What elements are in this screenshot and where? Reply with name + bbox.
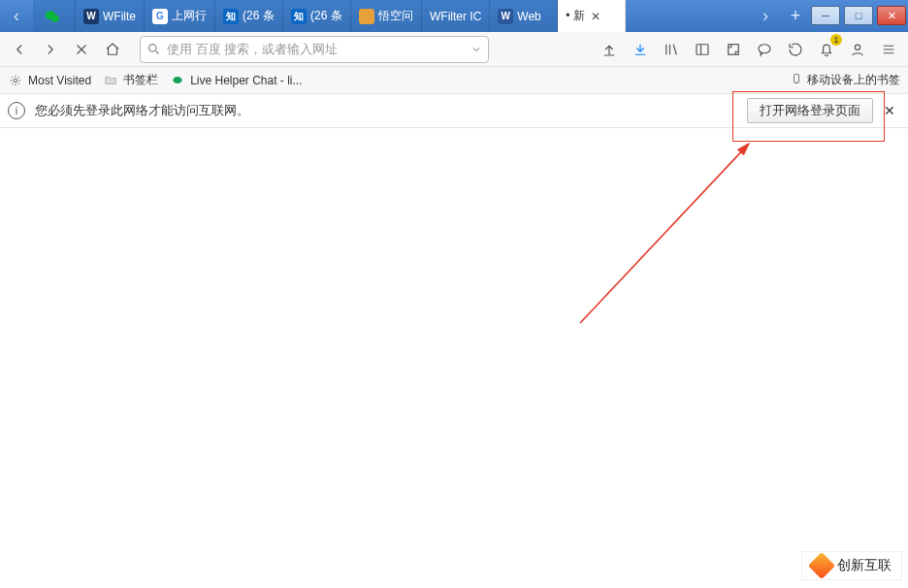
tab-scroll-left[interactable]: ‹ [0,0,33,32]
tab-8[interactable]: • 新✕ [558,0,626,32]
notifications-badge: 1 [830,34,842,46]
svg-point-2 [149,45,157,52]
dropdown-icon[interactable] [470,44,482,55]
new-tab-button[interactable]: + [782,0,809,32]
minimize-button[interactable]: ─ [811,6,840,25]
bookmarks-toolbar: Most Visited 书签栏 Live Helper Chat - li..… [0,67,908,94]
tab-7[interactable]: WWeb [490,0,558,32]
svg-rect-3 [697,44,708,54]
notifications-button[interactable]: 1 [813,36,840,63]
tab-close-button[interactable]: ✕ [591,10,600,23]
screenshot-button[interactable] [720,36,747,63]
tab-label: Web [517,10,540,23]
mobile-bookmarks-label: 移动设备上的书签 [807,72,900,88]
svg-point-1 [50,15,59,21]
watermark-text: 创新互联 [837,557,892,574]
notification-close-button[interactable]: ✕ [879,100,900,121]
sidebar-button[interactable] [689,36,716,63]
tab-favicon: G [152,9,168,24]
most-visited-button[interactable]: Most Visited [8,73,91,88]
tab-label: WFilter IC [430,10,481,23]
tab-0[interactable] [33,0,76,32]
account-button[interactable] [844,36,871,63]
svg-rect-4 [729,44,739,54]
tab-favicon: W [498,9,513,24]
tab-strip: WWFilteG上网行知(26 条知(26 条悟空问WFilter ICWWeb… [33,0,749,32]
address-bar[interactable] [140,36,489,63]
bookmarks-folder[interactable]: 书签栏 [103,72,158,88]
maximize-button[interactable]: □ [844,6,873,25]
window-controls: ─ □ ✕ [809,0,908,32]
bookmark-live-helper[interactable]: Live Helper Chat - li... [170,73,302,88]
tab-label: 悟空问 [378,8,413,24]
library-button[interactable] [658,36,685,63]
most-visited-label: Most Visited [28,74,91,87]
window-close-button[interactable]: ✕ [877,6,906,25]
gear-icon [8,73,23,88]
tab-2[interactable]: G上网行 [145,0,215,32]
tab-label: WFilte [103,10,136,23]
network-login-notification: i 您必须先登录此网络才能访问互联网。 打开网络登录页面 ✕ [0,94,908,128]
tab-label: (26 条 [243,8,275,24]
open-login-page-button[interactable]: 打开网络登录页面 [747,98,873,123]
tab-3[interactable]: 知(26 条 [215,0,283,32]
home-button[interactable] [99,36,126,63]
info-icon: i [8,102,25,119]
tab-6[interactable]: WFilter IC [422,0,490,32]
watermark-logo-icon [808,552,835,579]
mobile-bookmarks[interactable]: 移动设备上的书签 [791,72,900,88]
watermark: 创新互联 [801,551,902,580]
svg-point-6 [855,45,859,49]
svg-point-7 [14,79,17,82]
tab-4[interactable]: 知(26 条 [283,0,351,32]
back-button[interactable] [6,36,33,63]
notification-message: 您必须先登录此网络才能访问互联网。 [35,103,249,119]
search-icon [146,42,161,56]
tab-label: 上网行 [172,8,207,24]
stop-reload-button[interactable] [68,36,95,63]
bookmarks-folder-label: 书签栏 [123,72,158,88]
refresh-button[interactable] [782,36,809,63]
svg-point-5 [759,44,770,52]
chat-bubble-icon [170,73,185,88]
tab-favicon [359,9,374,24]
folder-icon [103,73,118,88]
title-bar: ‹ WWFilteG上网行知(26 条知(26 条悟空问WFilter ICWW… [0,0,908,32]
nav-toolbar: 1 [0,32,908,67]
tab-1[interactable]: WWFilte [76,0,145,32]
app-menu-button[interactable] [875,36,902,63]
mobile-icon [791,72,802,88]
downloads-button[interactable] [627,36,654,63]
url-input[interactable] [167,42,465,56]
tab-scroll-right[interactable]: › [749,0,782,32]
tab-label: • 新 [566,8,585,24]
bookmark-live-helper-label: Live Helper Chat - li... [190,74,302,87]
wechat-icon [45,9,60,24]
tab-5[interactable]: 悟空问 [351,0,422,32]
svg-point-8 [173,76,181,82]
send-tab-button[interactable] [596,36,623,63]
svg-line-10 [580,144,749,323]
tab-label: (26 条 [310,8,342,24]
tab-favicon: 知 [223,9,239,24]
tab-favicon: W [83,9,99,24]
tab-favicon: 知 [291,9,307,24]
forward-button[interactable] [37,36,64,63]
chat-icon[interactable] [751,36,778,63]
